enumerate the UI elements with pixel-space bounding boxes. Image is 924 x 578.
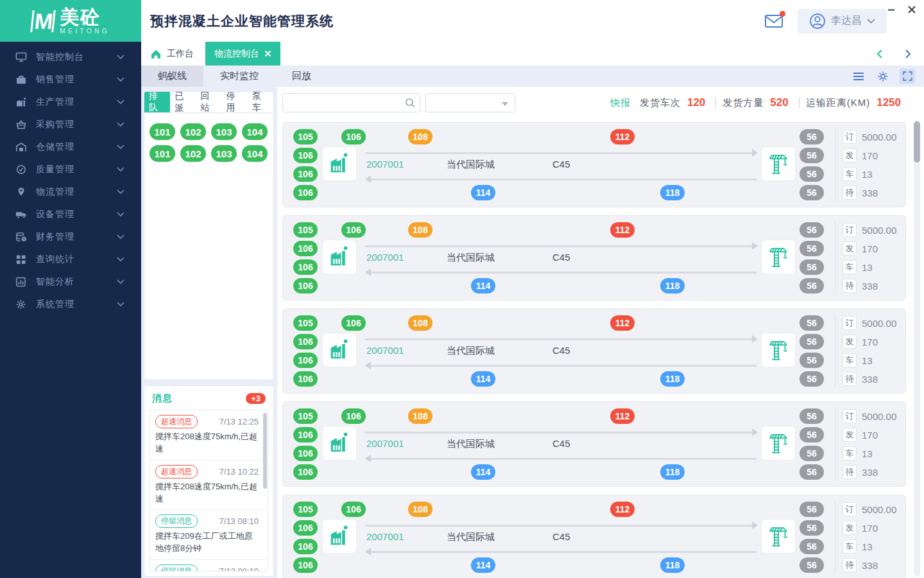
minimize-button[interactable] bbox=[884, 3, 898, 17]
user-menu[interactable]: 李达昌 bbox=[798, 9, 887, 33]
message-item[interactable]: 停留消息7/13 08:10搅拌车209在工厂或工地原地停留8分钟 bbox=[150, 560, 268, 572]
vehicle-badge[interactable]: 102 bbox=[180, 145, 206, 162]
vehicle-badge[interactable]: 103 bbox=[211, 123, 237, 140]
vehicle-badge[interactable]: 108 bbox=[408, 222, 432, 238]
tab-logistics-console[interactable]: 物流控制台 bbox=[205, 42, 280, 66]
vehicle-badge[interactable]: 56 bbox=[800, 315, 824, 331]
sidebar-item-0[interactable]: 智能控制台 bbox=[0, 46, 141, 68]
vehicle-badge[interactable]: 106 bbox=[293, 427, 318, 442]
scrollbar-thumb[interactable] bbox=[914, 121, 920, 162]
vehicle-badge[interactable]: 114 bbox=[471, 278, 495, 293]
close-tab-icon[interactable] bbox=[264, 50, 271, 57]
vehicle-badge[interactable]: 118 bbox=[660, 557, 685, 573]
vehicle-badge[interactable]: 106 bbox=[341, 222, 366, 238]
subtab-0[interactable]: 蚂蚁线 bbox=[141, 66, 203, 87]
message-item[interactable]: 停留消息7/13 08:10搅拌车209在工厂或工地原地停留8分钟 bbox=[150, 510, 268, 560]
order-number[interactable]: 2007001 bbox=[366, 438, 404, 449]
sidebar-item-2[interactable]: 生产管理 bbox=[0, 91, 141, 113]
message-item[interactable]: 超速消息7/13 10:22搅拌车208速度75km/h,已超速 bbox=[150, 460, 268, 511]
menu-button[interactable] bbox=[851, 69, 866, 84]
vehicle-badge[interactable]: 118 bbox=[660, 185, 685, 200]
sidebar-item-4[interactable]: 仓储管理 bbox=[0, 136, 141, 158]
vehicle-badge[interactable]: 106 bbox=[293, 166, 318, 182]
settings-button[interactable] bbox=[875, 69, 891, 84]
vehicle-badge[interactable]: 112 bbox=[610, 129, 635, 144]
vehicle-badge[interactable]: 56 bbox=[800, 334, 824, 349]
vehicle-badge[interactable]: 106 bbox=[293, 520, 318, 536]
vehicle-badge[interactable]: 108 bbox=[408, 408, 432, 424]
vehicle-badge[interactable]: 108 bbox=[408, 129, 432, 144]
vehicle-badge[interactable]: 106 bbox=[341, 129, 366, 144]
sidebar-item-1[interactable]: 销售管理 bbox=[0, 68, 141, 91]
vehicle-badge[interactable]: 114 bbox=[471, 371, 495, 387]
message-scrollbar[interactable] bbox=[263, 413, 267, 489]
sidebar-item-7[interactable]: 设备管理 bbox=[0, 203, 141, 225]
vehicle-badge[interactable]: 104 bbox=[242, 145, 268, 162]
vehicle-badge[interactable]: 112 bbox=[610, 222, 635, 238]
tabs-scroll-left-icon[interactable] bbox=[875, 49, 884, 58]
vehicle-badge[interactable]: 105 bbox=[293, 502, 318, 517]
tabs-scroll-right-icon[interactable] bbox=[903, 49, 912, 58]
queue-tab-0[interactable]: 排队 bbox=[144, 92, 170, 112]
vehicle-badge[interactable]: 56 bbox=[800, 539, 824, 554]
vehicle-badge[interactable]: 112 bbox=[610, 408, 635, 424]
vehicle-badge[interactable]: 106 bbox=[293, 259, 318, 275]
close-window-button[interactable] bbox=[905, 3, 919, 17]
vehicle-badge[interactable]: 56 bbox=[800, 185, 824, 200]
queue-tab-1[interactable]: 已派 bbox=[170, 92, 196, 112]
vehicle-badge[interactable]: 56 bbox=[800, 446, 824, 461]
dispatch-card[interactable]: 1051061061061061081121141185656565620070… bbox=[282, 308, 906, 394]
vehicle-badge[interactable]: 56 bbox=[800, 148, 824, 163]
sidebar-item-6[interactable]: 物流管理 bbox=[0, 180, 141, 203]
vehicle-badge[interactable]: 106 bbox=[293, 278, 318, 293]
message-count-badge[interactable]: +3 bbox=[246, 393, 266, 404]
vehicle-badge[interactable]: 104 bbox=[242, 123, 268, 140]
vehicle-badge[interactable]: 56 bbox=[800, 241, 824, 256]
vehicle-badge[interactable]: 106 bbox=[293, 446, 318, 461]
scrollbar-track[interactable] bbox=[914, 120, 920, 577]
vehicle-badge[interactable]: 56 bbox=[800, 166, 824, 182]
vehicle-badge[interactable]: 114 bbox=[471, 464, 495, 480]
search-icon[interactable] bbox=[405, 98, 415, 108]
vehicle-badge[interactable]: 105 bbox=[293, 315, 318, 331]
vehicle-badge[interactable]: 105 bbox=[293, 408, 318, 424]
vehicle-badge[interactable]: 106 bbox=[293, 241, 318, 256]
vehicle-badge[interactable]: 106 bbox=[293, 371, 318, 387]
vehicle-badge[interactable]: 106 bbox=[293, 353, 318, 368]
vehicle-badge[interactable]: 106 bbox=[293, 464, 318, 480]
dispatch-card[interactable]: 1051061061061061081121141185656565620070… bbox=[282, 122, 906, 207]
vehicle-badge[interactable]: 56 bbox=[800, 408, 824, 424]
vehicle-badge[interactable]: 106 bbox=[293, 539, 318, 554]
vehicle-badge[interactable]: 101 bbox=[150, 145, 175, 162]
vehicle-badge[interactable]: 105 bbox=[293, 222, 318, 238]
vehicle-badge[interactable]: 56 bbox=[800, 557, 824, 573]
sidebar-item-11[interactable]: 系统管理 bbox=[0, 293, 141, 315]
vehicle-badge[interactable]: 106 bbox=[293, 148, 318, 163]
sidebar-item-9[interactable]: 查询统计 bbox=[0, 248, 141, 270]
search-input[interactable] bbox=[282, 93, 420, 112]
vehicle-badge[interactable]: 106 bbox=[293, 334, 318, 349]
sidebar-item-3[interactable]: 采购管理 bbox=[0, 113, 141, 136]
order-number[interactable]: 2007001 bbox=[366, 345, 404, 356]
dispatch-card[interactable]: 1051061061061061081121141185656565620070… bbox=[282, 401, 906, 487]
sidebar-item-5[interactable]: 质量管理 bbox=[0, 158, 141, 180]
vehicle-badge[interactable]: 56 bbox=[800, 259, 824, 275]
vehicle-badge[interactable]: 103 bbox=[211, 145, 237, 162]
vehicle-badge[interactable]: 118 bbox=[660, 464, 685, 480]
dispatch-card[interactable]: 1051061061061061081121141185656565620070… bbox=[282, 495, 906, 578]
vehicle-badge[interactable]: 112 bbox=[610, 315, 635, 331]
order-number[interactable]: 2007001 bbox=[366, 252, 404, 263]
vehicle-badge[interactable]: 114 bbox=[471, 185, 495, 200]
vehicle-badge[interactable]: 106 bbox=[341, 315, 366, 331]
vehicle-badge[interactable]: 56 bbox=[800, 371, 824, 387]
vehicle-badge[interactable]: 108 bbox=[408, 502, 432, 517]
vehicle-badge[interactable]: 56 bbox=[800, 502, 824, 517]
queue-tab-4[interactable]: 泵车 bbox=[248, 92, 273, 112]
vehicle-badge[interactable]: 56 bbox=[800, 520, 824, 536]
vehicle-badge[interactable]: 56 bbox=[800, 278, 824, 293]
vehicle-badge[interactable]: 56 bbox=[800, 129, 824, 144]
vehicle-badge[interactable]: 108 bbox=[408, 315, 432, 331]
vehicle-badge[interactable]: 106 bbox=[293, 185, 318, 200]
mail-button[interactable] bbox=[764, 13, 783, 29]
vehicle-badge[interactable]: 56 bbox=[800, 353, 824, 368]
